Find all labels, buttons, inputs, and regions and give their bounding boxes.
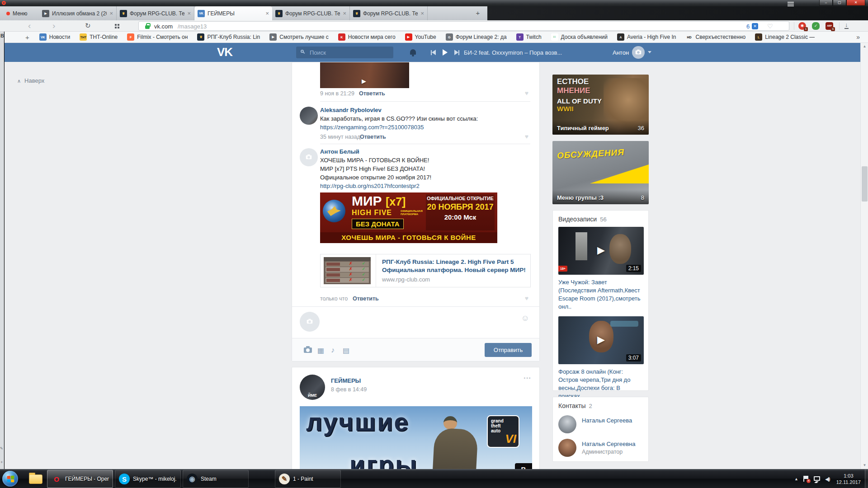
bookmark-item[interactable]: ∷ Доска объявлений xyxy=(551,33,608,41)
like-heart-icon[interactable]: ♥ xyxy=(525,89,528,97)
contact-row[interactable]: Наталья Сергеева xyxy=(558,414,644,438)
taskbar-app-button[interactable]: ◉ Steam xyxy=(183,470,249,488)
bookmark-item[interactable]: K Новости мира сего xyxy=(338,33,396,41)
notifications-bell-icon[interactable] xyxy=(410,49,416,55)
video-thumbnail[interactable]: ▶ 3:07 xyxy=(558,316,644,364)
forward-button[interactable]: › xyxy=(52,20,55,32)
emoji-icon[interactable]: ☺ xyxy=(521,314,529,323)
now-playing-track[interactable]: БИ-2 feat. Oxxxymiron – Пора возв... xyxy=(464,49,609,56)
post-menu-icon[interactable]: ··· xyxy=(524,374,531,383)
tab-close-icon[interactable]: × xyxy=(420,10,424,17)
opera-menu-button[interactable]: Меню xyxy=(4,8,30,19)
start-button[interactable] xyxy=(2,471,18,487)
link-preview-title[interactable]: РПГ-Клуб Russia: Lineage 2. High Five Pa… xyxy=(382,258,514,265)
contact-row[interactable]: Администратор Наталья Сергеевна xyxy=(558,438,644,461)
window-titlebar[interactable]: – ▢ ✕ xyxy=(0,0,868,6)
user-avatar[interactable] xyxy=(632,46,645,59)
show-desktop-button[interactable] xyxy=(865,469,868,488)
group-name[interactable]: ГЕЙМЕРЫ xyxy=(331,377,361,384)
contacts-header[interactable]: Контакты2 xyxy=(558,402,592,409)
speed-dial-icon[interactable] xyxy=(115,24,117,26)
banner-image-attachment[interactable]: МИР [x7] HIGH FIVE ОФИЦИАЛЬНАЯ ПЛАТФОРМА… xyxy=(320,192,497,243)
reload-button[interactable]: ↻ xyxy=(85,20,91,32)
action-center-flag-icon[interactable]: ✕ xyxy=(803,476,809,482)
commenter-avatar[interactable] xyxy=(300,148,318,166)
chevron-down-icon[interactable] xyxy=(648,51,651,53)
sidebar-video-promo[interactable]: ЕСТНОЕ МНЕНИЕ ALL OF DUTY WWII Типичный … xyxy=(552,75,649,135)
bookmark-item[interactable]: ТНТ ТНТ-Online xyxy=(80,33,118,41)
contact-avatar[interactable] xyxy=(558,439,576,457)
bookmark-item[interactable]: A Averia - High Five In xyxy=(617,33,676,41)
url-field[interactable]: vk.com /masage13 6 ✕ ♡ xyxy=(138,21,789,31)
player-previous-button[interactable] xyxy=(431,50,436,55)
video-item[interactable]: ▶ 3:07 Форсаж 8 онлайн (Конг: Остров чер… xyxy=(558,316,644,400)
commenter-name[interactable]: Aleksandr Rybolovlev xyxy=(320,107,382,113)
close-button[interactable]: ✕ xyxy=(846,0,865,6)
video-item[interactable]: ▶ 2:15 18+ Уже Чужой: Завет (Последствия… xyxy=(558,227,644,311)
browser-tab[interactable]: VK ГЕЙМЕРЫ × xyxy=(194,6,272,20)
player-play-button[interactable] xyxy=(443,49,448,56)
extension-blocker-icon[interactable]: ✱1 xyxy=(798,22,806,30)
attach-video-icon[interactable]: ▦ xyxy=(317,346,324,355)
bookmark-item[interactable]: F Filmix - Смотреть он xyxy=(127,33,188,41)
blocked-content-icon[interactable]: ✕ xyxy=(752,23,758,29)
send-button[interactable]: Отправить xyxy=(485,343,532,357)
bookmark-item[interactable]: ▶ Смотреть лучшие с xyxy=(269,33,328,41)
bookmark-heart-icon[interactable]: ♡ xyxy=(767,23,773,30)
new-tab-button[interactable]: + xyxy=(473,9,483,18)
browser-tab[interactable]: ♛ Форум RPG-CLUB. Тема: × xyxy=(272,6,350,20)
maximize-button[interactable]: ▢ xyxy=(833,0,846,6)
bookmark-item[interactable]: VK Новости xyxy=(39,33,70,41)
bookmarks-overflow-button[interactable]: » xyxy=(856,33,860,41)
contact-name[interactable]: Наталья Сергеевна xyxy=(582,441,635,447)
bookmark-item[interactable]: L Lineage 2 Classic — xyxy=(755,33,815,41)
post-image[interactable]: лучшие игры grand theft auto VI В xyxy=(300,406,532,469)
reply-link[interactable]: Ответить xyxy=(360,134,386,140)
comment-input[interactable] xyxy=(326,312,512,332)
browser-tab[interactable]: ♛ Форум RPG-CLUB. Тема: × xyxy=(117,6,194,20)
video-title[interactable]: Форсаж 8 онлайн (Конг: Остров черепа,Три… xyxy=(558,368,644,400)
reply-link[interactable]: Ответить xyxy=(359,90,385,97)
back-to-top-link[interactable]: ∧Наверх xyxy=(17,77,44,84)
attach-photo-icon[interactable] xyxy=(304,347,312,353)
like-heart-icon[interactable]: ♥ xyxy=(525,133,528,140)
attach-document-icon[interactable]: ▤ xyxy=(343,346,349,355)
tray-expand-icon[interactable]: ▲ xyxy=(794,477,798,481)
like-heart-icon[interactable]: ♥ xyxy=(525,295,528,302)
tab-close-icon[interactable]: × xyxy=(343,10,346,17)
taskbar-app-button[interactable]: S Skype™ - mikeloj... xyxy=(115,470,181,488)
taskbar-app-button[interactable]: ✎ 1 - Paint xyxy=(275,470,341,488)
tab-close-icon[interactable]: × xyxy=(265,10,269,17)
video-thumbnail[interactable]: ▶ 2:15 18+ xyxy=(558,227,644,275)
taskbar-app-button[interactable]: O ГЕЙМЕРЫ - Opera xyxy=(47,470,113,488)
post-date[interactable]: 8 фев в 14:49 xyxy=(331,386,367,393)
browser-tab[interactable]: ♛ Форум RPG-CLUB. Тема: Р × xyxy=(350,6,428,20)
scroll-down-arrow[interactable]: ▼ xyxy=(861,462,868,469)
bookmark-item[interactable]: T Twitch xyxy=(516,33,542,41)
attach-audio-icon[interactable]: ♪ xyxy=(331,346,335,354)
scroll-up-arrow[interactable]: ▲ xyxy=(861,43,868,50)
scrollbar-thumb[interactable] xyxy=(862,166,868,202)
video-title[interactable]: Уже Чужой: Завет (Последствия Aftermath,… xyxy=(558,278,644,311)
contact-avatar[interactable] xyxy=(558,415,576,433)
search-input[interactable]: Поиск xyxy=(296,47,393,58)
comment-video-attachment[interactable]: ▶ xyxy=(320,62,409,88)
player-next-button[interactable] xyxy=(454,50,459,55)
commenter-avatar[interactable] xyxy=(300,107,318,125)
contact-name[interactable]: Наталья Сергеева xyxy=(582,417,632,424)
tab-close-icon[interactable]: × xyxy=(187,10,191,17)
bookmark-item[interactable]: ▶ YouTube xyxy=(405,33,436,41)
comment-link[interactable]: https://zengaming.com?r=25100078035 xyxy=(320,124,424,131)
videos-header[interactable]: Видеозаписи56 xyxy=(558,216,607,223)
extension-shield-icon[interactable]: ✓ xyxy=(812,22,820,30)
reply-link[interactable]: Ответить xyxy=(353,296,379,302)
sidebar-discussions-promo[interactable]: ОБСУЖДЕНИЯ Меню группы :3 8 xyxy=(552,141,649,204)
group-avatar[interactable]: ЙМЕ xyxy=(300,375,325,400)
bookmark-item[interactable]: ♛ РПГ-Клуб Russia: Lin xyxy=(197,33,260,41)
back-button[interactable]: ‹ xyxy=(28,20,31,32)
vk-logo[interactable]: VK xyxy=(217,45,232,59)
browser-tab[interactable]: ▶ Иллюзия обмана 2 (2016 × xyxy=(39,6,117,20)
download-icon[interactable]: ↓ xyxy=(844,22,849,29)
extension-adblock-icon[interactable]: ABP1 xyxy=(826,22,833,30)
page-scrollbar[interactable]: ▲ ▼ xyxy=(860,43,868,469)
